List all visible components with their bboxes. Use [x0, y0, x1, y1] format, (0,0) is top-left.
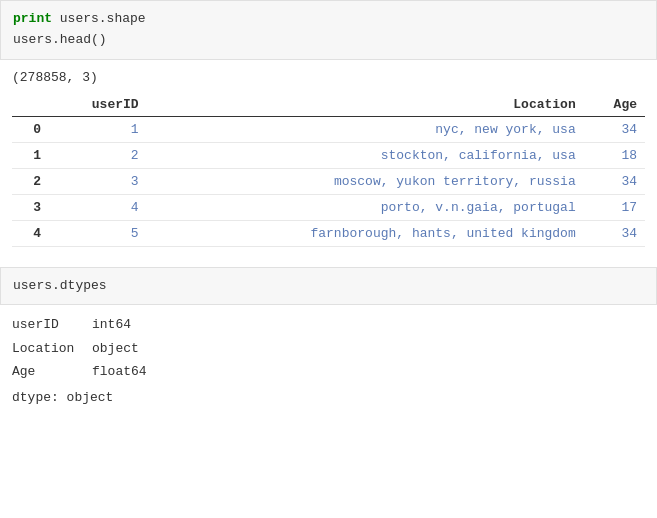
cell-index: 2 [12, 168, 49, 194]
keyword-print: print [13, 11, 52, 26]
code-line-1: print users.shape [13, 9, 644, 30]
cell-location: farnborough, hants, united kingdom [147, 220, 584, 246]
cell-userid: 2 [49, 142, 147, 168]
table-container: userID Location Age 0 1 nyc, new york, u… [0, 89, 657, 259]
code-block: print users.shape users.head() [0, 0, 657, 60]
dtypes-code-block: users.dtypes [0, 267, 657, 306]
col-header-age: Age [584, 93, 645, 117]
dtypes-label: users.dtypes [13, 276, 644, 297]
dtypes-footer: dtype: object [12, 386, 645, 409]
table-body: 0 1 nyc, new york, usa 34 1 2 stockton, … [12, 116, 645, 246]
table-header-row: userID Location Age [12, 93, 645, 117]
cell-age: 18 [584, 142, 645, 168]
col-header-index [12, 93, 49, 117]
cell-location: stockton, california, usa [147, 142, 584, 168]
shape-output: (278858, 3) [0, 60, 657, 89]
cell-index: 0 [12, 116, 49, 142]
cell-age: 34 [584, 168, 645, 194]
table-row: 4 5 farnborough, hants, united kingdom 3… [12, 220, 645, 246]
cell-location: moscow, yukon territory, russia [147, 168, 584, 194]
table-row: 3 4 porto, v.n.gaia, portugal 17 [12, 194, 645, 220]
cell-index: 1 [12, 142, 49, 168]
cell-location: nyc, new york, usa [147, 116, 584, 142]
table-row: 0 1 nyc, new york, usa 34 [12, 116, 645, 142]
cell-age: 17 [584, 194, 645, 220]
cell-userid: 5 [49, 220, 147, 246]
cell-userid: 3 [49, 168, 147, 194]
table-row: 2 3 moscow, yukon territory, russia 34 [12, 168, 645, 194]
cell-userid: 1 [49, 116, 147, 142]
cell-location: porto, v.n.gaia, portugal [147, 194, 584, 220]
dtype-col-name: Age [12, 360, 92, 383]
cell-index: 3 [12, 194, 49, 220]
dtype-col-name: userID [12, 313, 92, 336]
cell-age: 34 [584, 116, 645, 142]
dtypes-rows: userID int64 Location object Age float64 [12, 313, 645, 383]
dtypes-content: userID int64 Location object Age float64… [0, 305, 657, 417]
table-row: 1 2 stockton, california, usa 18 [12, 142, 645, 168]
code-rest-1: users.shape [52, 11, 146, 26]
col-header-userid: userID [49, 93, 147, 117]
cell-userid: 4 [49, 194, 147, 220]
dtype-row: Location object [12, 337, 645, 360]
dtype-col-type: int64 [92, 313, 131, 336]
dtype-row: userID int64 [12, 313, 645, 336]
data-table: userID Location Age 0 1 nyc, new york, u… [12, 93, 645, 247]
col-header-location: Location [147, 93, 584, 117]
code-line-2: users.head() [13, 30, 644, 51]
cell-age: 34 [584, 220, 645, 246]
dtype-col-type: float64 [92, 360, 147, 383]
cell-index: 4 [12, 220, 49, 246]
dtype-row: Age float64 [12, 360, 645, 383]
dtype-col-name: Location [12, 337, 92, 360]
dtype-col-type: object [92, 337, 139, 360]
